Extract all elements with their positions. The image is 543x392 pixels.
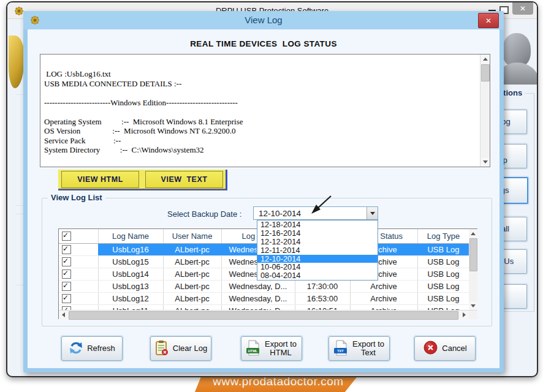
refresh-button[interactable]: Refresh xyxy=(61,336,123,361)
row-checkbox[interactable] xyxy=(62,257,71,266)
column-header[interactable]: Log Name xyxy=(98,229,163,244)
scroll-up-icon[interactable] xyxy=(480,55,490,64)
view-text-button[interactable]: VIEW TEXT xyxy=(145,171,223,188)
log-text-area[interactable]: LOG :UsbLog16.txt USB MEDIA CONNECTED DE… xyxy=(40,54,490,167)
backup-date-label: Select Backup Date : xyxy=(167,209,241,219)
svg-text:TXT: TXT xyxy=(337,349,344,352)
screen: www.prodatadoctor.com DRPU USB Protectio… xyxy=(0,0,543,392)
dropdown-option[interactable]: 10-06-2014 xyxy=(257,263,378,271)
log-text: LOG :UsbLog16.txt USB MEDIA CONNECTED DE… xyxy=(44,69,477,155)
table-row[interactable]: UsbLog12 ALbert-pc Wednesday, D... 16:53… xyxy=(59,293,469,305)
scrollbar-thumb[interactable] xyxy=(469,238,477,271)
view-html-button[interactable]: VIEW HTML xyxy=(61,171,139,188)
logo-shield-fragment xyxy=(9,36,25,88)
row-checkbox[interactable] xyxy=(62,245,71,254)
view-buttons-strip: VIEW HTML VIEW TEXT xyxy=(58,170,227,190)
view-log-list-title: View Log List xyxy=(48,193,105,202)
clear-log-button[interactable]: Clear Log xyxy=(150,336,211,361)
log-line xyxy=(44,88,477,98)
dropdown-option[interactable]: 12-12-2014 xyxy=(257,238,378,246)
select-all-checkbox[interactable] xyxy=(62,232,71,241)
scrollbar-thumb[interactable] xyxy=(69,311,458,320)
dropdown-option[interactable]: 12-18-2014 xyxy=(257,221,378,229)
log-line: -------------------------Windows Edition… xyxy=(44,98,477,108)
backup-date-dropdown-list: 12-18-2014 12-16-2014 12-12-2014 12-11-2… xyxy=(257,220,378,281)
row-checkbox[interactable] xyxy=(62,294,71,303)
scroll-up-icon[interactable] xyxy=(469,229,477,238)
cancel-icon xyxy=(423,340,438,357)
html-file-icon: HTML xyxy=(246,340,260,358)
scrollbar-thumb[interactable] xyxy=(481,64,490,81)
log-line: Operating System :-- Microsoft Windows 8… xyxy=(44,117,477,127)
dialog-title: View Log xyxy=(23,15,504,25)
chevron-down-icon xyxy=(370,212,375,215)
log-scrollbar[interactable] xyxy=(480,55,490,167)
dropdown-option[interactable]: 12-16-2014 xyxy=(257,229,378,238)
dropdown-option[interactable]: 12-11-2014 xyxy=(257,246,378,255)
txt-file-icon: TXT xyxy=(333,340,348,358)
log-line: OS Version :-- Microsoft Windows NT 6.2.… xyxy=(44,126,477,136)
scroll-right-icon[interactable] xyxy=(460,311,469,319)
combobox-dropdown-button[interactable] xyxy=(366,207,378,219)
dropdown-option[interactable]: 08-04-2014 xyxy=(257,271,378,280)
column-header[interactable]: Log Type xyxy=(417,229,469,244)
refresh-icon xyxy=(69,341,83,357)
export-text-button[interactable]: TXT Export to Text xyxy=(328,336,390,361)
row-checkbox[interactable] xyxy=(62,270,71,279)
svg-text:HTML: HTML xyxy=(248,349,258,352)
dialog-body: REAL TIME DEVICES LOG STATUS LOG :UsbLog… xyxy=(28,29,499,368)
clear-log-icon xyxy=(154,340,169,358)
dropdown-option-selected[interactable]: 12-10-2014 xyxy=(257,255,378,263)
dialog-close-icon[interactable]: ✕ xyxy=(478,13,499,28)
export-html-button[interactable]: HTML Export to HTML xyxy=(241,336,302,361)
log-line xyxy=(44,107,477,117)
log-line: LOG :UsbLog16.txt xyxy=(44,69,477,79)
cancel-button[interactable]: Cancel xyxy=(414,336,476,361)
scroll-down-icon[interactable] xyxy=(480,157,490,167)
close-icon[interactable]: ✕ xyxy=(512,2,533,15)
backup-date-value: 12-10-2014 xyxy=(259,209,301,218)
scroll-down-icon[interactable] xyxy=(469,301,477,310)
log-status-heading: REAL TIME DEVICES LOG STATUS xyxy=(28,39,499,48)
log-line: USB MEDIA CONNECTED DETAILS :-- xyxy=(44,79,477,89)
table-vertical-scrollbar[interactable] xyxy=(469,229,477,310)
view-log-dialog: View Log ✕ REAL TIME DEVICES LOG STATUS … xyxy=(23,11,504,372)
log-line: Service Pack :-- xyxy=(44,136,477,146)
log-line: System Directory :-- C:\Windows\system32 xyxy=(44,145,477,155)
scroll-left-icon[interactable] xyxy=(59,311,68,319)
row-checkbox[interactable] xyxy=(62,282,71,291)
dialog-titlebar: View Log ✕ xyxy=(23,11,504,29)
pointer-arrow-annotation xyxy=(306,194,335,216)
table-horizontal-scrollbar[interactable] xyxy=(59,310,477,319)
table-row[interactable]: UsbLog13 ALbert-pc Wednesday, D... 17:30… xyxy=(59,281,469,293)
column-header[interactable]: User Name xyxy=(163,229,221,244)
